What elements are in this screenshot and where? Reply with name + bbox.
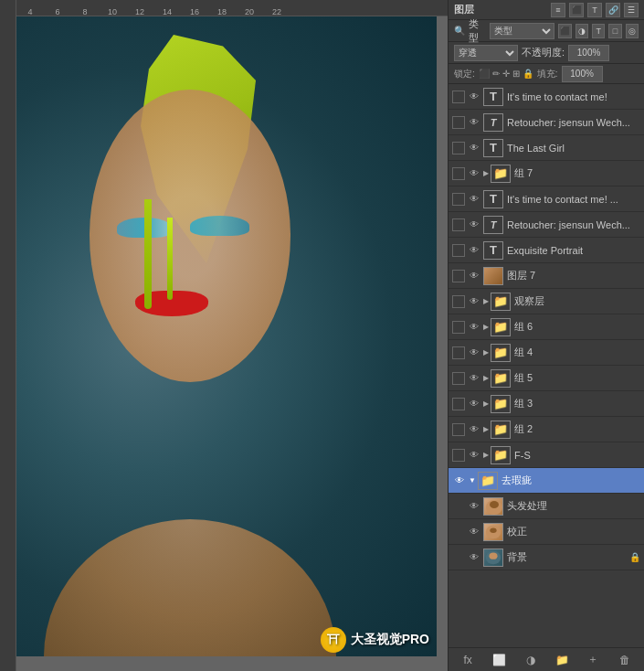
layer-eye-icon[interactable]: 👁: [467, 218, 481, 232]
panel-menu-icon[interactable]: ☰: [624, 3, 639, 17]
opacity-input[interactable]: [568, 45, 609, 61]
layer-eye-icon[interactable]: 👁: [467, 499, 481, 514]
layer-eye-icon[interactable]: 👁: [467, 141, 481, 155]
layer-eye-icon[interactable]: 👁: [467, 115, 481, 130]
ruler-left: [0, 0, 16, 671]
lock-pixel-icon[interactable]: ⬛: [479, 69, 490, 79]
layer-name: 组 5: [514, 371, 640, 385]
layer-eye-icon[interactable]: 👁: [467, 269, 481, 283]
layer-checkbox[interactable]: [452, 423, 465, 436]
lock-move-icon[interactable]: ✛: [502, 69, 510, 79]
panel-kind-icon[interactable]: ≡: [551, 3, 565, 17]
layer-eye-icon[interactable]: 👁: [467, 397, 481, 411]
layer-item[interactable]: 👁 ▶ 📁 组 6: [449, 314, 644, 340]
layer-item[interactable]: 👁 ▶ 📁 组 5: [449, 366, 644, 391]
filter-adj-icon[interactable]: ◑: [575, 24, 588, 38]
filter-text-icon[interactable]: T: [592, 24, 605, 38]
layer-checkbox[interactable]: [452, 116, 465, 129]
filter-smartobj-icon[interactable]: ◎: [626, 24, 639, 38]
folder-arrow-icon: ▶: [483, 399, 489, 408]
layer-item-active[interactable]: 👁 ▼ 📁 去瑕疵: [449, 468, 644, 494]
layer-thumbnail: 📁: [491, 369, 511, 388]
layer-item[interactable]: 👁 T Exquisite Portrait: [449, 238, 644, 263]
layer-thumbnail: 📁: [491, 318, 511, 336]
layer-eye-icon[interactable]: 👁: [467, 371, 481, 386]
layer-checkbox[interactable]: [452, 346, 465, 359]
search-icon: 🔍: [454, 26, 465, 36]
ruler-mark: 6: [44, 7, 71, 16]
filter-type-select[interactable]: 类型: [490, 23, 554, 39]
panel-link-icon[interactable]: 🔗: [606, 3, 620, 17]
layer-item[interactable]: 👁 T The Last Girl: [449, 135, 644, 161]
adjustment-icon[interactable]: ◑: [522, 651, 540, 669]
layer-checkbox[interactable]: [452, 218, 465, 231]
layer-checkbox[interactable]: [452, 398, 465, 410]
layer-checkbox[interactable]: [452, 321, 465, 334]
panel-t-icon[interactable]: T: [587, 3, 602, 17]
face-skin: [90, 90, 290, 382]
layer-eye-icon[interactable]: 👁: [467, 550, 481, 565]
layer-eye-icon[interactable]: 👁: [467, 166, 481, 181]
layer-checkbox[interactable]: [452, 449, 465, 462]
layer-eye-icon[interactable]: 👁: [467, 320, 481, 335]
layer-thumbnail: 📁: [491, 446, 511, 464]
layer-item[interactable]: 👁 背景 🔒: [449, 545, 644, 570]
layer-item[interactable]: 👁 ▶ 📁 组 4: [449, 340, 644, 366]
filter-shape-icon[interactable]: □: [608, 24, 621, 38]
layer-thumbnail: 📁: [491, 293, 511, 311]
ruler-top: 4 6 8 10 12 14 16 18 20 22: [0, 0, 448, 16]
layer-checkbox[interactable]: [452, 193, 465, 206]
layer-name: 头发处理: [507, 499, 640, 513]
layer-item[interactable]: 👁 T Retoucher: jsensun Wech...: [449, 110, 644, 135]
opacity-label: 不透明度:: [522, 46, 565, 59]
layer-checkbox[interactable]: [452, 142, 465, 154]
layer-item[interactable]: 👁 图层 7: [449, 263, 644, 289]
layer-checkbox[interactable]: [452, 372, 465, 385]
layer-item[interactable]: 👁 ▶ 📁 组 7: [449, 161, 644, 186]
folder-arrow-icon: ▼: [469, 476, 476, 485]
add-layer-icon[interactable]: ＋: [584, 651, 602, 669]
layer-item[interactable]: 👁 ▶ 📁 观察层: [449, 289, 644, 314]
layer-item[interactable]: 👁 ▶ 📁 组 2: [449, 417, 644, 442]
layer-eye-icon[interactable]: 👁: [452, 474, 467, 488]
layer-item[interactable]: 👁 T Retoucher: jsensun Wech...: [449, 212, 644, 238]
lock-brush-icon[interactable]: ✏: [492, 69, 500, 79]
layers-panel: 图层 ≡ ⬛ T 🔗 ☰ 🔍 类型 类型 ⬛ ◑ T □ ◎ 穿透 不透明度: …: [448, 0, 644, 671]
layer-thumbnail: T: [483, 113, 503, 132]
layer-item[interactable]: 👁 校正: [449, 519, 644, 545]
layer-eye-icon[interactable]: 👁: [467, 448, 481, 463]
opacity-row: 不透明度:: [522, 45, 639, 61]
panel-filter-icon[interactable]: ⬛: [569, 3, 584, 17]
folder-new-icon[interactable]: 📁: [553, 651, 571, 669]
layer-item[interactable]: 👁 T It's time to contact me! ...: [449, 186, 644, 212]
layer-eye-icon[interactable]: 👁: [467, 346, 481, 360]
fill-input[interactable]: [562, 66, 603, 82]
layer-checkbox[interactable]: [452, 91, 465, 103]
lock-artboard-icon[interactable]: ⊞: [512, 69, 520, 79]
blend-mode-select[interactable]: 穿透: [454, 45, 518, 61]
delete-layer-icon[interactable]: 🗑: [616, 651, 634, 669]
ruler-mark: 20: [236, 7, 263, 16]
filter-pixel-icon[interactable]: ⬛: [558, 24, 571, 38]
layer-item[interactable]: 👁 头发处理: [449, 494, 644, 519]
lock-all-icon[interactable]: 🔒: [523, 69, 533, 79]
layers-list[interactable]: 👁 T It's time to contact me! 👁 T Retouch…: [449, 84, 644, 647]
layer-name: It's time to contact me! ...: [507, 194, 640, 205]
layer-item[interactable]: 👁 ▶ 📁 组 3: [449, 391, 644, 417]
layer-checkbox[interactable]: [452, 244, 465, 257]
layer-eye-icon[interactable]: 👁: [467, 525, 481, 539]
layer-eye-icon[interactable]: 👁: [467, 192, 481, 207]
layer-checkbox[interactable]: [452, 167, 465, 180]
layer-eye-icon[interactable]: 👁: [467, 294, 481, 309]
layer-name: Retoucher: jsensun Wech...: [507, 219, 640, 230]
layer-eye-icon[interactable]: 👁: [467, 243, 481, 258]
layer-checkbox[interactable]: [452, 295, 465, 308]
mask-icon[interactable]: ⬜: [490, 651, 508, 669]
layer-name: 组 4: [514, 346, 640, 359]
layer-eye-icon[interactable]: 👁: [467, 90, 481, 104]
layer-item[interactable]: 👁 ▶ 📁 F-S: [449, 442, 644, 468]
layer-eye-icon[interactable]: 👁: [467, 422, 481, 437]
layer-item[interactable]: 👁 T It's time to contact me!: [449, 84, 644, 110]
fx-icon[interactable]: fx: [459, 651, 477, 669]
layer-checkbox[interactable]: [452, 270, 465, 282]
